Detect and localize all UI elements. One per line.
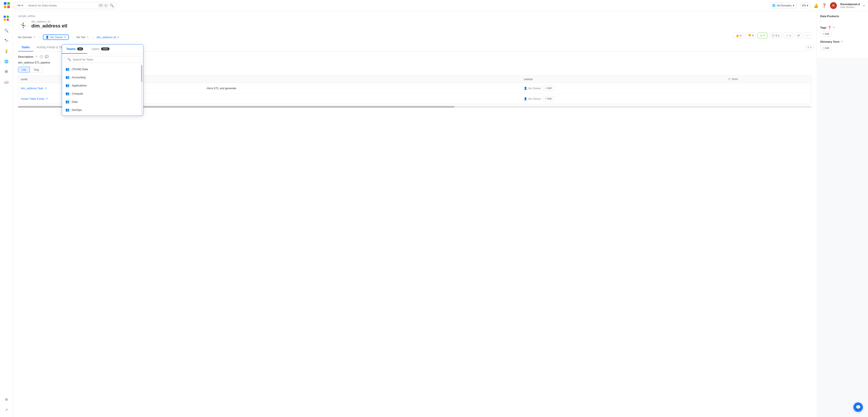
description-history-button[interactable]: 🕐	[39, 55, 43, 58]
share-button[interactable]: ⇄	[795, 33, 802, 38]
glossary-add-button[interactable]: + Add	[820, 45, 832, 51]
breadcrumb: sample_airflow	[18, 14, 811, 18]
task-owner-cell-2: 👤 No Owner + Add	[521, 94, 725, 104]
page-subtitle: dim_address_etl	[31, 20, 67, 23]
task-owner-cell: 👤 No Owner + Add	[521, 83, 725, 94]
dim-address-link[interactable]: dim_address etl ↗	[97, 36, 120, 39]
like-button[interactable]: 👍 0	[733, 33, 744, 38]
svg-rect-5	[7, 15, 9, 18]
sidebar-item-logout[interactable]: ↗	[2, 405, 11, 414]
owner-label: No Owner	[50, 36, 63, 39]
owner-add-button-2[interactable]: + Add	[542, 96, 554, 101]
dag-view-button[interactable]: Dag	[30, 67, 42, 72]
team-item-compute[interactable]: 👥 Compute	[62, 90, 143, 98]
owner-edit-button[interactable]: ✎	[64, 36, 66, 39]
search-type-select[interactable]: All	[17, 4, 24, 7]
more-icon: ⋯	[806, 34, 809, 37]
person-icon-1: 👤	[524, 87, 527, 90]
list-view-button[interactable]: List	[18, 67, 30, 72]
dislike-button[interactable]: 👎 0	[745, 33, 756, 38]
sidebar-item-search[interactable]: 🔭	[2, 36, 11, 45]
sidebar-logo[interactable]	[2, 14, 11, 23]
team-item-accounting[interactable]: 👥 Accounting	[62, 73, 143, 81]
more-button[interactable]: ⋯	[804, 33, 811, 38]
time-button[interactable]: 🕐 0.1	[769, 33, 782, 38]
sidebar-item-settings[interactable]: ⚙	[2, 395, 11, 404]
owner-person-icon: 👤	[45, 36, 49, 39]
top-navbar: All | ⌘ K 🔍 🌐 All Domains ▾ EN ▾ 🔔 ❓ R R…	[0, 0, 868, 11]
tier-label: No Tier	[76, 36, 86, 39]
avatar: R	[830, 2, 837, 9]
tags-help-button[interactable]: ❓	[828, 26, 831, 29]
chat-button[interactable]: 💬	[854, 403, 863, 412]
task-tags-cell-1	[726, 83, 811, 94]
svg-rect-2	[4, 6, 6, 8]
team-icon-2: 👥	[65, 75, 69, 79]
share-icon: ⇄	[797, 34, 800, 37]
sidebar-item-book[interactable]: 📖	[2, 77, 11, 87]
svg-rect-0	[4, 2, 6, 5]
description-label: Description	[18, 55, 33, 58]
search-input[interactable]	[28, 4, 97, 7]
team-icon-1: 👥	[65, 67, 69, 71]
search-keyboard-hint: ⌘ K	[98, 4, 108, 7]
run-button[interactable]: ⊙ 0	[758, 33, 767, 38]
global-search-bar[interactable]: All | ⌘ K 🔍	[14, 2, 117, 9]
database-icon: 🏛	[5, 70, 8, 73]
external-link-icon: ↗	[117, 36, 119, 39]
star-button[interactable]: ☆ 1	[784, 33, 793, 38]
team-item-team-data[interactable]: 👥 (TEAM) Data	[62, 65, 143, 73]
expand-toggle-button[interactable]: < >	[806, 45, 813, 50]
owner-badge[interactable]: 👤 No Owner ✎	[43, 35, 69, 40]
external-link-icon-row1: ↗	[44, 87, 47, 90]
svg-point-13	[23, 25, 24, 26]
run-count: 0	[763, 34, 765, 37]
search-submit-button[interactable]: 🔍	[110, 3, 114, 7]
team-item-applications[interactable]: 👥 Applications	[62, 81, 143, 90]
team-search-bar[interactable]: 🔍	[65, 56, 141, 63]
user-menu-chevron[interactable]: ▾	[863, 4, 865, 7]
user-info[interactable]: Rounakpreet.d Data Steward	[840, 3, 860, 8]
cmd-key: ⌘	[98, 4, 103, 7]
task-no-owner-2: 👤 No Owner	[524, 97, 541, 100]
help-button[interactable]: ❓	[822, 3, 827, 8]
domain-selector[interactable]: 🌐 All Domains ▾	[770, 3, 797, 8]
team-icon-3: 👥	[65, 84, 69, 87]
dropdown-scrollbar-track[interactable]	[141, 65, 142, 116]
tags-filter-icon: ▽	[728, 78, 730, 81]
dislike-count: 0	[752, 34, 753, 37]
team-item-data[interactable]: 👥 Data	[62, 98, 143, 106]
sidebar-item-database[interactable]: 🏛	[2, 67, 11, 76]
team-icon-5: 👥	[65, 100, 69, 104]
svg-rect-4	[4, 15, 6, 18]
tags-add-button[interactable]: + Add	[820, 31, 832, 36]
tier-edit-button[interactable]: ✎	[87, 36, 89, 39]
sidebar-item-explore[interactable]: 🔍	[2, 26, 11, 35]
k-key: K	[104, 4, 108, 7]
dropdown-tab-users[interactable]: Users 5905	[87, 44, 114, 54]
sidebar-item-domain[interactable]: 🌐	[2, 57, 11, 66]
domain-edit-button[interactable]: ✎	[33, 36, 35, 39]
lang-label: EN	[802, 4, 806, 7]
right-sidebar: Data Products -- Tags ❓ ✎ + Add Glossary…	[816, 11, 868, 58]
tab-tasks[interactable]: Tasks	[18, 43, 33, 52]
description-comment-button[interactable]: 💬	[45, 55, 49, 58]
dropdown-scrollbar-thumb[interactable]	[141, 65, 142, 82]
language-selector[interactable]: EN ▾	[800, 3, 810, 8]
team-search-input[interactable]	[73, 58, 138, 61]
notifications-button[interactable]: 🔔	[814, 3, 818, 8]
star-icon: ☆	[786, 34, 788, 37]
owner-add-button-1[interactable]: + Add	[542, 86, 554, 91]
app-logo[interactable]	[3, 2, 10, 9]
sidebar-item-quality[interactable]: 💡	[2, 46, 11, 56]
page-icon	[18, 20, 28, 31]
team-item-devops[interactable]: 👥 DevOps	[62, 106, 143, 114]
logout-icon: ↗	[5, 408, 8, 412]
glossary-edit-button[interactable]: ✎	[841, 40, 843, 43]
description-edit-button[interactable]: ✎	[35, 55, 38, 58]
time-count: 0.1	[776, 34, 780, 37]
domain-icon: 🌐	[4, 59, 8, 64]
tags-edit-button[interactable]: ✎	[833, 26, 835, 29]
team-dropdown-list: 👥 (TEAM) Data 👥 Accounting 👥 Application…	[62, 65, 143, 116]
dropdown-tab-teams[interactable]: Teams 14	[62, 44, 87, 54]
